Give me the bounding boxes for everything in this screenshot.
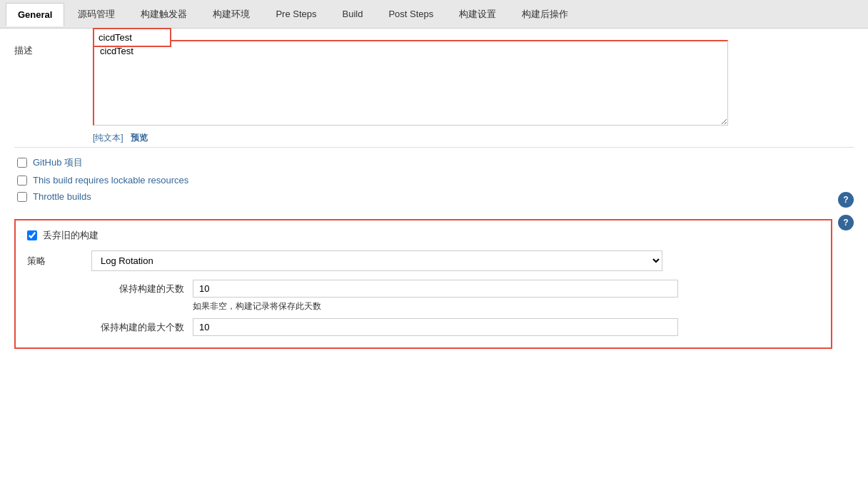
discard-help-button[interactable]: ? (838, 215, 854, 230)
keep-days-row: 保持构建的天数 (27, 280, 819, 298)
github-checkbox[interactable] (17, 158, 27, 168)
description-textarea[interactable] (93, 40, 728, 126)
discard-checkbox[interactable] (27, 230, 37, 240)
tab-postbuild[interactable]: 构建后操作 (510, 1, 580, 27)
github-label[interactable]: GitHub 项目 (33, 156, 83, 169)
keep-max-row: 保持构建的最大个数 (27, 318, 819, 336)
checkboxes-help-row: GitHub 项目 This build requires lockable r… (14, 156, 854, 208)
tab-bar: General 源码管理 构建触发器 构建环境 Pre Steps Build … (0, 0, 868, 29)
description-control: [纯文本] 预览 (93, 40, 854, 144)
tab-trigger[interactable]: 构建触发器 (128, 1, 199, 27)
throttle-checkbox[interactable] (17, 192, 27, 202)
github-checkbox-row: GitHub 项目 (14, 156, 838, 169)
lockable-label[interactable]: This build requires lockable resources (33, 175, 188, 186)
keep-days-input[interactable] (193, 280, 678, 298)
tab-source[interactable]: 源码管理 (66, 1, 127, 27)
lockable-checkbox-row: This build requires lockable resources (14, 175, 838, 186)
tab-presteps[interactable]: Pre Steps (263, 2, 328, 26)
discard-section-main: 丢弃旧的构建 策略 Log Rotation Build Discarder 保… (14, 213, 832, 349)
tab-poststeps[interactable]: Post Steps (376, 2, 445, 26)
strategy-label: 策略 (27, 255, 91, 268)
description-input-overlay (93, 28, 854, 47)
tab-general[interactable]: General (6, 3, 64, 26)
description-label: 描述 (14, 40, 93, 57)
preview-link[interactable]: 预览 (131, 133, 148, 143)
tab-build[interactable]: Build (330, 2, 375, 26)
keep-max-input[interactable] (193, 318, 678, 336)
strategy-row: 策略 Log Rotation Build Discarder (27, 250, 819, 271)
checkboxes-col: GitHub 项目 This build requires lockable r… (14, 156, 838, 208)
keep-days-hint: 如果非空，构建记录将保存此天数 (128, 300, 819, 313)
strategy-select[interactable]: Log Rotation Build Discarder (91, 250, 662, 271)
discard-title[interactable]: 丢弃旧的构建 (43, 229, 99, 242)
discard-checkbox-row: 丢弃旧的构建 (27, 229, 819, 242)
keep-days-label: 保持构建的天数 (91, 283, 184, 295)
discard-section: 丢弃旧的构建 策略 Log Rotation Build Discarder 保… (14, 219, 832, 349)
description-row: 描述 [纯文本] 预览 (14, 40, 854, 144)
keep-max-label: 保持构建的最大个数 (91, 321, 184, 334)
divider-1 (14, 147, 854, 148)
throttle-checkbox-row: Throttle builds (14, 191, 838, 202)
discard-section-wrapper: 丢弃旧的构建 策略 Log Rotation Build Discarder 保… (14, 213, 854, 349)
plain-text-link[interactable]: [纯文本] (93, 133, 123, 143)
throttle-label[interactable]: Throttle builds (33, 191, 91, 202)
throttle-help-button[interactable]: ? (838, 192, 854, 208)
tab-settings[interactable]: 构建设置 (447, 1, 508, 27)
main-content: 描述 [纯文本] 预览 GitHub 项目 This bui (0, 29, 868, 503)
description-input[interactable] (93, 28, 171, 47)
lockable-checkbox[interactable] (17, 176, 27, 186)
tab-env[interactable]: 构建环境 (201, 1, 262, 27)
text-preview: [纯文本] 预览 (93, 132, 148, 144)
